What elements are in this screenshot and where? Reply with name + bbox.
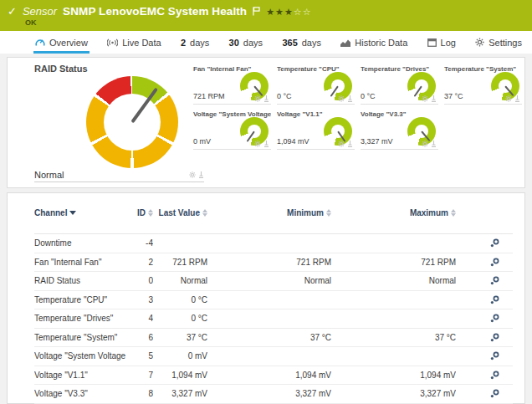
priority-stars[interactable]: ★★★☆☆ [266,6,311,18]
tab-365-days[interactable]: 365days [280,31,323,54]
channel-cell: Temperature "CPU" [34,295,126,304]
flag-icon[interactable] [253,7,260,16]
last-cell: 721 RPM [153,258,207,267]
tab-overview[interactable]: Overview [33,31,90,54]
channel-settings-icon[interactable] [490,389,499,398]
page-title: SNMP LenovoEMC System Health [63,5,247,18]
gauge-settings-icon[interactable] [422,141,428,147]
column-header-max[interactable]: Maximum [331,208,456,217]
table-row: RAID Status0NormalNormalNormal [34,272,513,291]
gauges-panel: RAID Status Normal Fan "Internal Fan"721… [7,57,525,188]
gauge-value: 721 RPM [193,92,225,100]
gauge-pin-icon[interactable] [263,95,269,102]
tab-settings[interactable]: Settings [473,31,524,54]
last-cell: 0 mV [153,351,207,361]
max-cell: 37 °C [331,333,456,342]
channel-cell: Voltage "System Voltage (... [34,351,126,361]
gauge-settings-icon[interactable] [254,95,261,102]
sort-caret-icon [69,211,76,215]
gauge-value: 0 mV [193,137,211,146]
id-cell: 0 [126,276,153,285]
table-row: Voltage "V3.3"83,327 mV3,327 mV3,327 mV [34,385,513,404]
gauge-settings-icon[interactable] [338,95,345,102]
channel-settings-icon[interactable] [490,371,499,380]
id-cell: 8 [126,389,153,398]
last-cell: 1,094 mV [153,371,207,380]
gauge-tile: Temperature "System"37 °C [444,64,522,110]
id-cell: 4 [126,314,153,323]
column-header-channel[interactable]: Channel [34,208,126,217]
gauge-pin-icon[interactable] [347,95,353,102]
main-gauge-channel-label: RAID Status [34,64,88,74]
gauge-pin-icon[interactable] [263,141,269,147]
max-cell: 3,327 mV [331,389,456,398]
table-row: Downtime-4 [34,234,513,253]
sort-arrows-icon [451,209,456,217]
last-cell: 37 °C [153,333,207,342]
gauge-value: 37 °C [444,92,463,100]
channel-settings-icon[interactable] [490,314,499,323]
channel-settings-icon[interactable] [490,238,499,248]
last-cell: 0 °C [153,314,207,323]
id-cell: 6 [126,333,153,342]
max-cell: 1,094 mV [331,371,456,380]
gauge-icon [35,38,45,47]
gauge-tile: Temperature "CPU"0 °C [277,64,355,110]
gear-icon [475,38,484,47]
channel-cell: RAID Status [34,276,126,285]
table-header-row: ChannelIDLast ValueMinimumMaximum [34,208,513,234]
channel-table-panel: ChannelIDLast ValueMinimumMaximum Downti… [7,192,525,404]
table-row: Voltage "V1.1"71,094 mV1,094 mV1,094 mV [34,366,513,386]
log-icon [427,38,437,47]
gauge-pin-icon[interactable] [198,171,204,178]
min-cell: 1,094 mV [207,371,331,380]
column-header-last[interactable]: Last Value [153,208,207,217]
tab-2-days[interactable]: 2days [179,31,211,54]
tab-30-days[interactable]: 30days [228,31,265,54]
gauge-settings-icon[interactable] [422,95,428,102]
gauge-pin-icon[interactable] [431,95,437,102]
channel-settings-icon[interactable] [490,295,499,304]
tab-historic-data[interactable]: Historic Data [339,31,409,54]
gauge-pin-icon[interactable] [431,141,437,147]
tab-bar: OverviewLive Data2days30days365daysHisto… [0,31,532,54]
last-cell: Normal [153,276,207,285]
table-row: Voltage "System Voltage (...50 mV [34,347,513,366]
channel-cell: Voltage "V1.1" [34,371,126,380]
channel-settings-icon[interactable] [490,258,499,267]
channel-settings-icon[interactable] [490,351,499,361]
max-cell: 721 RPM [331,258,456,267]
column-header-min[interactable]: Minimum [207,208,331,217]
tab-live-data[interactable]: Live Data [105,31,162,54]
min-cell: 721 RPM [207,258,331,267]
gauge-value: 0 °C [277,92,292,100]
gauge-value: 3,327 mV [361,137,393,146]
table-row: Temperature "Drives"40 °C [34,309,513,329]
id-cell: 5 [126,351,153,361]
column-header-id[interactable]: ID [126,208,153,217]
channel-settings-icon[interactable] [490,333,499,342]
tab-log[interactable]: Log [426,31,458,54]
main-gauge-value: Normal [34,170,64,180]
gauge-tile: Temperature "Drives"0 °C [361,64,438,110]
gauge-settings-icon[interactable] [505,95,512,102]
gauge-tile: Voltage "V3.3"3,327 mV [361,110,438,155]
gauge-pin-icon[interactable] [347,141,353,147]
last-cell: 3,327 mV [153,389,207,398]
gauge-value: 1,094 mV [277,137,309,146]
gauge-settings-icon[interactable] [189,171,196,178]
sensor-status-banner: ✓ Sensor SNMP LenovoEMC System Health ★★… [0,0,532,31]
gauge-settings-icon[interactable] [338,141,345,147]
min-cell: Normal [207,276,331,285]
chart-icon [340,38,350,47]
channel-settings-icon[interactable] [490,276,499,285]
min-cell: 3,327 mV [207,389,331,398]
id-cell: 7 [126,371,153,380]
channel-cell: Temperature "Drives" [34,314,126,323]
raid-status-gauge [86,76,178,168]
small-gauges-grid: Fan "Internal Fan"721 RPMTemperature "CP… [193,64,522,155]
gauge-settings-icon[interactable] [254,141,261,147]
table-row: Temperature "CPU"30 °C [34,291,513,310]
gauge-tile: Voltage "V1.1"1,094 mV [277,110,355,155]
gauge-pin-icon[interactable] [514,95,520,102]
